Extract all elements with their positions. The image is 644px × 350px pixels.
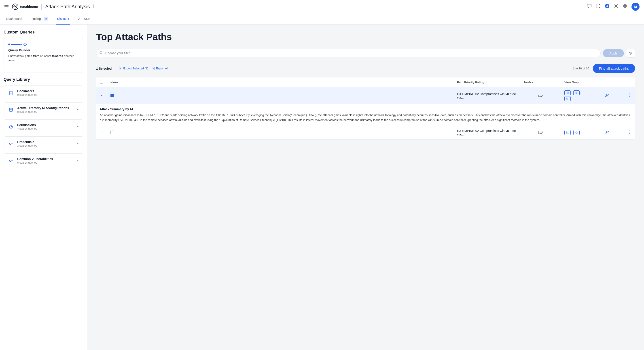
- permissions-name: Permissions: [17, 123, 37, 127]
- svg-line-26: [102, 53, 103, 54]
- common-vulns-count: 6 search queries: [17, 161, 53, 164]
- logo-area: tenableone: [12, 3, 38, 10]
- query-builder-icon: [8, 43, 79, 46]
- library-item-credentials[interactable]: Credentials 3 search queries: [4, 136, 84, 151]
- filter-bar: Apply: [96, 49, 635, 58]
- permissions-chevron-icon[interactable]: [76, 125, 80, 129]
- query-builder-title: Query Builder: [8, 48, 79, 52]
- query-builder-card[interactable]: Query Builder Show attack paths from an …: [4, 38, 84, 67]
- nodes-column-header: Nodes: [520, 77, 561, 87]
- query-library-title: Query Library: [4, 77, 84, 82]
- row2-actions-button[interactable]: [627, 130, 632, 136]
- summary-title: Attack Summary by AI: [100, 107, 632, 111]
- logo-text: tenableone: [20, 5, 38, 8]
- name-column-header: Name: [107, 77, 454, 87]
- svg-rect-11: [623, 4, 624, 5]
- search-icon: [99, 51, 103, 55]
- priority-column-header: Path Priority Rating: [454, 77, 520, 87]
- filter-input-wrap: [96, 49, 600, 57]
- row2-checkbox-cell: [107, 126, 454, 140]
- common-vulns-icon: [8, 157, 14, 164]
- svg-text:4: 4: [606, 5, 608, 7]
- credentials-count: 3 search queries: [17, 144, 37, 147]
- row1-view-graph: [601, 87, 624, 104]
- tab-attck[interactable]: ATT&CK: [77, 13, 91, 24]
- page-info: 1 to 10 of 10: [573, 67, 589, 70]
- node-arrow-1: ›: [572, 91, 572, 94]
- node-icon-r2-2: [573, 130, 580, 135]
- svg-point-25: [100, 51, 102, 54]
- table-body: EX-EMPIRE-02 Compromises win-vuln-dc via…: [96, 87, 635, 140]
- node-arrow-2: ›: [580, 91, 582, 94]
- common-vulns-name: Common Vulnerabilities: [17, 157, 53, 161]
- select-all-header: [96, 77, 107, 87]
- summary-row: Attack Summary by AI An attacker gains i…: [96, 104, 635, 126]
- info-icon[interactable]: i: [596, 3, 600, 9]
- tab-nav: Dashboard Findings ⚙ Discover ATT&CK: [0, 13, 644, 24]
- export-selected-button[interactable]: Export Selected (1): [119, 67, 148, 70]
- svg-point-58: [629, 130, 630, 131]
- node-arrow-r2-1: ›: [572, 131, 572, 134]
- row1-actions: [624, 87, 635, 104]
- credentials-icon: [8, 140, 14, 147]
- tab-findings[interactable]: Findings ⚙: [30, 13, 49, 24]
- library-item-ad[interactable]: Active Directory Misconfigurations 8 sea…: [4, 102, 84, 117]
- notification-icon[interactable]: 4: [605, 3, 610, 9]
- row1-nodes: › ›: [561, 87, 601, 104]
- credentials-name: Credentials: [17, 140, 37, 144]
- summary-text: An attacker gains initial access to EX-E…: [100, 113, 632, 123]
- svg-rect-51: [566, 132, 567, 133]
- svg-rect-46: [605, 94, 606, 96]
- tab-discover[interactable]: Discover: [56, 13, 70, 24]
- row2-expand-cell: [96, 126, 107, 140]
- apply-button[interactable]: Apply: [603, 49, 624, 57]
- bookmarks-icon: [8, 89, 14, 96]
- node-icon-1: [564, 90, 571, 95]
- find-all-button[interactable]: Find all attack paths: [593, 64, 635, 73]
- library-item-common-vulns[interactable]: Common Vulnerabilities 6 search queries: [4, 153, 84, 168]
- query-builder-desc: Show attack paths from an asset towards …: [8, 54, 79, 62]
- hamburger-menu[interactable]: [4, 5, 8, 8]
- view-graph-button-1[interactable]: [605, 93, 620, 99]
- pin-icon[interactable]: [92, 4, 95, 9]
- svg-rect-5: [587, 4, 591, 7]
- filter-settings-button[interactable]: [626, 49, 635, 58]
- row1-checkbox[interactable]: [110, 94, 114, 97]
- bookmarks-name: Bookmarks: [17, 89, 37, 93]
- select-all-checkbox[interactable]: [100, 80, 103, 84]
- export-all-button[interactable]: Export All: [152, 67, 168, 70]
- filter-input[interactable]: [96, 49, 600, 57]
- permissions-icon: [8, 123, 14, 130]
- svg-rect-13: [623, 6, 624, 8]
- row2-name: EX-EMPIRE-02 Compromises win-vuln-dc via…: [454, 126, 520, 140]
- svg-point-50: [629, 96, 630, 97]
- svg-point-55: [576, 132, 577, 134]
- row2-checkbox[interactable]: [110, 131, 114, 134]
- chat-icon[interactable]: [587, 3, 592, 9]
- svg-point-48: [629, 94, 630, 94]
- user-avatar[interactable]: NI: [632, 3, 640, 11]
- permissions-count: 4 search queries: [17, 127, 37, 130]
- row1-expand-button[interactable]: [100, 94, 103, 98]
- row2-expand-button[interactable]: [100, 131, 103, 134]
- view-graph-button-2[interactable]: [605, 130, 620, 136]
- common-vulns-chevron-icon[interactable]: [76, 159, 80, 163]
- ad-chevron-icon[interactable]: [76, 108, 80, 112]
- content-title: Top Attack Paths: [96, 32, 635, 42]
- row1-actions-button[interactable]: [627, 93, 632, 98]
- grid-icon[interactable]: [622, 3, 628, 9]
- top-nav-actions: i 4 NI: [587, 3, 640, 11]
- library-item-permissions[interactable]: Permissions 4 search queries: [4, 119, 84, 134]
- custom-queries-title: Custom Queries: [4, 30, 84, 35]
- tab-dashboard[interactable]: Dashboard: [5, 13, 22, 24]
- library-item-bookmarks[interactable]: Bookmarks 0 search queries: [4, 85, 84, 100]
- ad-count: 8 search queries: [17, 110, 69, 113]
- svg-point-60: [629, 133, 630, 134]
- settings-icon[interactable]: [614, 3, 618, 9]
- svg-point-31: [630, 53, 632, 54]
- view-graph-column-header: View Graph: [561, 77, 601, 87]
- summary-cell: Attack Summary by AI An attacker gains i…: [96, 104, 635, 126]
- row1-expand-cell: [96, 87, 107, 104]
- svg-point-32: [630, 54, 630, 54]
- credentials-chevron-icon[interactable]: [76, 142, 80, 146]
